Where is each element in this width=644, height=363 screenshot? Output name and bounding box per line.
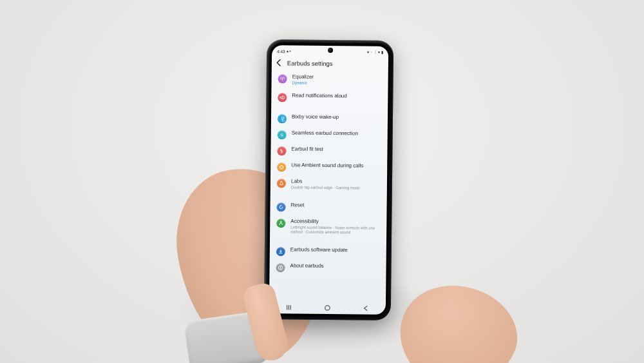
svg-point-0 [325,305,330,309]
status-right-icons: ✶ ◦ ⋮ ▾ ▮ [366,50,383,54]
item-label: Accessibility [290,218,380,225]
person-icon [276,219,285,228]
scene: 4:43 ▴ ▪ ✶ ◦ ⋮ ▾ ▮ Earbuds settings Equa… [0,0,644,363]
sound-icon [277,162,286,172]
header: Earbuds settings [272,55,388,72]
phone-frame: 4:43 ▴ ▪ ✶ ◦ ⋮ ▾ ▮ Earbuds settings Equa… [264,39,394,320]
phone-screen: 4:43 ▴ ▪ ✶ ◦ ⋮ ▾ ▮ Earbuds settings Equa… [269,45,388,315]
nav-back-button[interactable] [357,304,376,311]
item-text: LabsDouble tap earbud edge · Gaming mode [291,178,360,191]
settings-item-about-earbuds[interactable]: About earbuds [269,259,386,277]
item-label: Equalizer [292,74,314,80]
settings-item-seamless-earbud-connection[interactable]: Seamless earbud connection [271,126,388,144]
page-title: Earbuds settings [287,59,333,67]
earbud-icon [277,146,286,155]
item-label: About earbuds [290,263,324,270]
item-text: Earbuds software update [290,247,348,254]
settings-item-labs[interactable]: LabsDouble tap earbud edge · Gaming mode [270,175,387,195]
settings-item-accessibility[interactable]: AccessibilityLeft/right sound balance · … [270,215,386,239]
flask-icon [277,179,286,188]
item-label: Reset [291,202,305,208]
item-label: Read notifications aloud [292,92,346,99]
item-text: Earbud fit test [291,146,323,153]
reset-icon [276,202,285,211]
settings-item-reset[interactable]: Reset [270,199,386,216]
settings-item-equalizer[interactable]: EqualizerDynamic [271,70,388,90]
item-subtitle: Double tap earbud edge · Gaming mode [291,185,360,191]
item-text: Use Ambient sound during calls [291,162,363,169]
nav-recent-button[interactable] [279,304,298,311]
info-icon [276,263,285,272]
item-subtitle: Left/right sound balance · Noise control… [290,225,380,236]
item-subtitle: Dynamic [292,81,314,86]
item-label: Labs [291,178,360,185]
nav-bar [269,302,386,313]
settings-item-earbud-fit-test[interactable]: Earbud fit test [270,142,387,160]
item-text: EqualizerDynamic [292,74,314,86]
item-text: Reset [291,202,305,208]
settings-item-bixby-voice-wake-up[interactable]: Bixby voice wake-up [271,110,388,128]
link-icon [278,130,287,139]
speak-icon [278,93,287,102]
settings-item-read-notifications-aloud[interactable]: Read notifications aloud [271,89,388,106]
item-label: Earbuds software update [290,247,348,254]
item-text: Seamless earbud connection [292,130,358,137]
item-text: Bixby voice wake-up [292,113,339,121]
settings-list: EqualizerDynamicRead notifications aloud… [269,70,388,278]
status-time: 4:43 [277,49,285,54]
item-label: Use Ambient sound during calls [291,162,363,169]
back-button[interactable] [276,59,283,66]
item-label: Seamless earbud connection [292,130,358,137]
item-label: Earbud fit test [291,146,323,153]
item-label: Bixby voice wake-up [292,113,339,121]
nav-home-button[interactable] [317,304,337,311]
status-notif-icon: ▴ ▪ [287,49,291,53]
item-text: AccessibilityLeft/right sound balance · … [290,218,380,236]
item-text: Read notifications aloud [292,92,346,99]
voice-icon [278,114,287,123]
settings-item-earbuds-software-update[interactable]: Earbuds software update [270,243,386,260]
front-camera [328,48,333,53]
settings-item-use-ambient-sound-during-calls[interactable]: Use Ambient sound during calls [270,159,387,176]
download-icon [276,247,285,256]
item-text: About earbuds [290,263,324,270]
equalizer-icon [278,74,287,83]
